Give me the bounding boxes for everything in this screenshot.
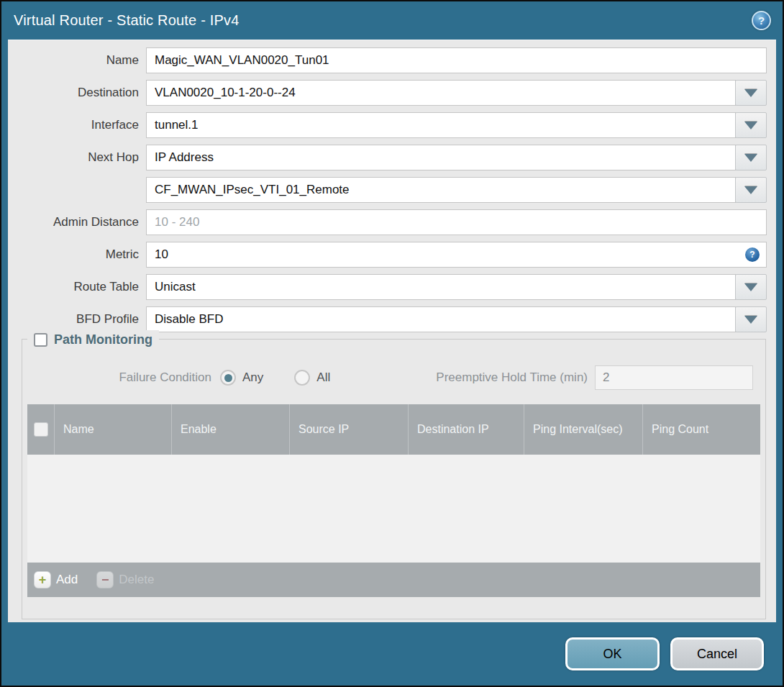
- failure-condition-label: Failure Condition: [22, 370, 220, 385]
- minus-icon: −: [96, 571, 114, 588]
- interface-input[interactable]: [146, 112, 736, 138]
- failure-condition-any-radio[interactable]: [220, 370, 236, 386]
- ok-button[interactable]: OK: [565, 637, 660, 670]
- form-row-route-table: Route Table: [8, 274, 776, 300]
- metric-help-icon[interactable]: ?: [745, 247, 760, 262]
- chevron-down-icon: [744, 186, 757, 194]
- help-glyph: ?: [758, 15, 765, 26]
- failure-condition-all-label: All: [316, 370, 330, 385]
- table-body-empty: [27, 455, 760, 563]
- chevron-down-icon: [744, 154, 757, 162]
- delete-button[interactable]: − Delete: [96, 571, 154, 588]
- path-monitoring-label: Path Monitoring: [54, 332, 152, 347]
- path-monitoring-checkbox[interactable]: [34, 333, 47, 347]
- path-monitoring-section: Path Monitoring Failure Condition Any Al…: [22, 339, 766, 619]
- admin-distance-input[interactable]: [146, 209, 767, 235]
- static-route-dialog: Virtual Router - Static Route - IPv4 ? N…: [0, 0, 784, 687]
- bfd-profile-dropdown-button[interactable]: [735, 306, 767, 332]
- next-hop-address-dropdown-button[interactable]: [735, 177, 767, 203]
- route-table-label: Route Table: [8, 274, 146, 300]
- dialog-title: Virtual Router - Static Route - IPv4: [14, 12, 240, 29]
- column-header-destination-ip: Destination IP: [409, 404, 524, 455]
- column-header-ping-count: Ping Count: [643, 404, 760, 455]
- next-hop-address-label: [8, 177, 146, 203]
- next-hop-label: Next Hop: [8, 145, 146, 170]
- cancel-button[interactable]: Cancel: [670, 637, 764, 670]
- path-monitoring-legend: Path Monitoring: [27, 330, 159, 349]
- interface-label: Interface: [8, 112, 146, 138]
- preemptive-hold-time-input[interactable]: [595, 365, 753, 390]
- path-monitoring-table: Name Enable Source IP Destination IP Pin…: [27, 404, 760, 597]
- table-header-row: Name Enable Source IP Destination IP Pin…: [27, 404, 760, 455]
- table-toolbar: + Add − Delete: [27, 563, 760, 597]
- form-row-name: Name: [8, 47, 776, 73]
- column-header-source-ip: Source IP: [290, 404, 409, 455]
- select-all-checkbox[interactable]: [34, 422, 48, 437]
- table-header-select: [27, 404, 55, 455]
- dialog-footer: OK Cancel: [1, 622, 783, 686]
- chevron-down-icon: [744, 316, 757, 324]
- route-table-input[interactable]: [146, 274, 736, 300]
- next-hop-type-dropdown-button[interactable]: [735, 145, 767, 170]
- destination-dropdown-button[interactable]: [735, 80, 767, 106]
- form-row-interface: Interface: [8, 112, 776, 138]
- interface-dropdown-button[interactable]: [735, 112, 767, 138]
- form-row-metric: Metric ?: [8, 242, 776, 268]
- metric-label: Metric: [8, 242, 146, 268]
- form-row-next-hop: Next Hop: [8, 145, 776, 170]
- form-row-destination: Destination: [8, 80, 776, 106]
- chevron-down-icon: [744, 89, 757, 97]
- next-hop-type-input[interactable]: [146, 145, 736, 170]
- form-row-bfd-profile: BFD Profile: [8, 306, 776, 332]
- metric-input[interactable]: [146, 242, 767, 268]
- chevron-down-icon: [744, 283, 757, 291]
- help-glyph: ?: [749, 250, 755, 259]
- column-header-enable: Enable: [172, 404, 290, 455]
- form-row-admin-distance: Admin Distance: [8, 209, 776, 235]
- preemptive-hold-time-label: Preemptive Hold Time (min): [436, 370, 595, 385]
- bfd-profile-label: BFD Profile: [8, 306, 146, 332]
- plus-icon: +: [34, 571, 51, 588]
- form-row-next-hop-address: [8, 177, 776, 203]
- destination-label: Destination: [8, 80, 146, 106]
- help-icon[interactable]: ?: [752, 11, 771, 30]
- failure-condition-any-label: Any: [242, 370, 263, 385]
- admin-distance-label: Admin Distance: [8, 209, 146, 235]
- failure-condition-row: Failure Condition Any All Preemptive Hol…: [22, 365, 765, 390]
- add-button-label: Add: [56, 573, 78, 587]
- chevron-down-icon: [744, 122, 757, 129]
- destination-input[interactable]: [146, 80, 736, 106]
- next-hop-address-input[interactable]: [146, 177, 736, 203]
- dialog-content: Name Destination Interface Next Hop: [8, 40, 776, 622]
- failure-condition-all-radio[interactable]: [294, 370, 310, 386]
- name-input[interactable]: [146, 47, 767, 73]
- route-table-dropdown-button[interactable]: [735, 274, 767, 300]
- dialog-titlebar: Virtual Router - Static Route - IPv4 ?: [1, 1, 783, 40]
- delete-button-label: Delete: [119, 573, 154, 587]
- column-header-ping-interval: Ping Interval(sec): [524, 404, 643, 455]
- bfd-profile-input[interactable]: [146, 306, 736, 332]
- add-button[interactable]: + Add: [34, 571, 78, 588]
- name-label: Name: [8, 47, 146, 73]
- column-header-name: Name: [55, 404, 172, 455]
